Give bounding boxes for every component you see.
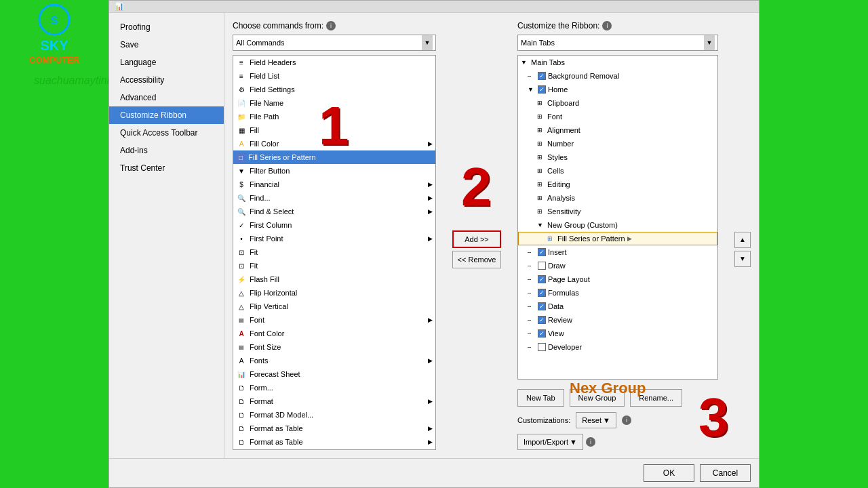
cmd-first-column[interactable]: ✓ First Column xyxy=(233,218,435,232)
sidebar-item-language[interactable]: Language xyxy=(109,54,224,71)
tree-item-draw[interactable]: – Draw xyxy=(518,259,717,272)
tree-expander-clipboard[interactable]: ⊞ xyxy=(537,100,545,106)
tree-checkbox-formulas[interactable]: ✓ xyxy=(538,289,546,297)
tree-item-formulas[interactable]: – ✓ Formulas xyxy=(518,286,717,300)
cmd-forecast-sheet[interactable]: 📊 Forecast Sheet xyxy=(233,367,435,381)
cmd-form[interactable]: 🗋 Form... xyxy=(233,381,435,394)
ribbon-tree-container[interactable]: ▼ Main Tabs – ✓ Background Removal ▼ xyxy=(517,55,718,380)
cmd-filter-button[interactable]: ▼ Filter Button xyxy=(233,164,435,178)
import-export-button[interactable]: Import/Export ▼ xyxy=(517,434,583,450)
tree-item-clipboard[interactable]: ⊞ Clipboard xyxy=(518,96,717,110)
commands-dropdown-arrow[interactable]: ▼ xyxy=(422,35,433,50)
add-button[interactable]: Add >> xyxy=(452,230,501,248)
move-up-button[interactable]: ▲ xyxy=(734,232,751,248)
sidebar-item-proofing[interactable]: Proofing xyxy=(109,18,224,36)
tree-item-fill-series[interactable]: ⊞ Fill Series or Pattern ▶ xyxy=(518,232,717,245)
tree-checkbox-review[interactable]: ✓ xyxy=(538,316,546,324)
tree-item-home[interactable]: ▼ ✓ Home xyxy=(518,83,717,96)
tree-expander-new-group[interactable]: ▼ xyxy=(537,222,545,228)
tree-expander-number[interactable]: ⊞ xyxy=(537,140,545,147)
tree-expander-review[interactable]: – xyxy=(528,317,536,323)
new-tab-button[interactable]: New Tab xyxy=(517,389,564,407)
cmd-find-select[interactable]: 🔍 Find & Select xyxy=(233,205,435,218)
reset-button[interactable]: Reset ▼ xyxy=(576,412,616,428)
move-down-button[interactable]: ▼ xyxy=(734,251,751,267)
cmd-find[interactable]: 🔍 Find... xyxy=(233,191,435,205)
sidebar-item-quick-access[interactable]: Quick Access Toolbar xyxy=(109,124,224,142)
tree-expander-developer[interactable]: – xyxy=(528,344,536,350)
sidebar-item-customize-ribbon[interactable]: Customize Ribbon xyxy=(109,106,224,124)
cmd-format-3d[interactable]: 🗋 Format 3D Model... xyxy=(233,408,435,422)
cmd-flip-horizontal[interactable]: △ Flip Horizontal xyxy=(233,286,435,300)
cmd-field-headers[interactable]: ≡ Field Headers xyxy=(233,56,435,69)
ribbon-dropdown[interactable]: Main Tabs ▼ xyxy=(517,35,718,51)
tree-item-data[interactable]: – ✓ Data xyxy=(518,300,717,313)
cmd-fonts[interactable]: A Fonts xyxy=(233,354,435,367)
cmd-format-table2[interactable]: 🗋 Format as Table xyxy=(233,435,435,449)
tree-checkbox-insert[interactable]: ✓ xyxy=(538,248,546,256)
tree-item-developer[interactable]: – Developer xyxy=(518,340,717,354)
cancel-button[interactable]: Cancel xyxy=(700,464,751,482)
tree-item-review[interactable]: – ✓ Review xyxy=(518,313,717,327)
tree-expander-cells[interactable]: ⊞ xyxy=(537,167,545,174)
tree-item-new-group-custom[interactable]: ▼ New Group (Custom) xyxy=(518,218,717,232)
import-export-arrow[interactable]: ▼ xyxy=(570,438,577,446)
tree-expander-data[interactable]: – xyxy=(528,303,536,310)
tree-expander-font[interactable]: ⊞ xyxy=(537,113,545,120)
sidebar-item-trust-center[interactable]: Trust Center xyxy=(109,159,224,177)
tree-item-alignment[interactable]: ⊞ Alignment xyxy=(518,123,717,137)
tree-checkbox-bg[interactable]: ✓ xyxy=(538,72,546,80)
cmd-font-color[interactable]: A Font Color xyxy=(233,327,435,340)
tree-item-insert[interactable]: – ✓ Insert xyxy=(518,245,717,259)
cmd-flip-vertical[interactable]: △ Flip Vertical xyxy=(233,300,435,313)
reset-dropdown-arrow[interactable]: ▼ xyxy=(603,416,610,424)
cmd-financial[interactable]: $ Financial xyxy=(233,178,435,191)
tree-item-background-removal[interactable]: – ✓ Background Removal xyxy=(518,69,717,83)
sidebar-item-save[interactable]: Save xyxy=(109,36,224,54)
tree-expander-styles[interactable]: ⊞ xyxy=(537,154,545,161)
cmd-format-table1[interactable]: 🗋 Format as Table xyxy=(233,422,435,435)
tree-item-font[interactable]: ⊞ Font xyxy=(518,110,717,123)
cmd-format[interactable]: 🗋 Format xyxy=(233,394,435,408)
tree-expander-draw[interactable]: – xyxy=(528,262,536,269)
tree-checkbox-page-layout[interactable]: ✓ xyxy=(538,275,546,283)
tree-checkbox-home[interactable]: ✓ xyxy=(538,85,546,94)
tree-expander-editing[interactable]: ⊞ xyxy=(537,181,545,188)
tree-item-sensitivity[interactable]: ⊞ Sensitivity xyxy=(518,205,717,218)
tree-expander-sensitivity[interactable]: ⊞ xyxy=(537,208,545,215)
cmd-field-settings[interactable]: ⚙ Field Settings xyxy=(233,83,435,96)
commands-dropdown[interactable]: All Commands ▼ xyxy=(233,35,436,51)
tree-expander-insert[interactable]: – xyxy=(528,249,536,256)
cmd-font[interactable]: ▤ Font xyxy=(233,313,435,327)
ribbon-dropdown-arrow[interactable]: ▼ xyxy=(704,35,715,50)
cmd-fit1[interactable]: ⊡ Fit xyxy=(233,245,435,259)
tree-expander-analysis[interactable]: ⊞ xyxy=(537,195,545,201)
tree-checkbox-data[interactable]: ✓ xyxy=(538,302,546,310)
tree-item-analysis[interactable]: ⊞ Analysis xyxy=(518,191,717,205)
sidebar-item-advanced[interactable]: Advanced xyxy=(109,89,224,106)
sidebar-item-addins[interactable]: Add-ins xyxy=(109,142,224,159)
cmd-fit2[interactable]: ⊡ Fit xyxy=(233,259,435,272)
tree-expander-bg[interactable]: – xyxy=(528,73,536,79)
tree-expander-view[interactable]: – xyxy=(528,330,536,337)
tree-item-styles[interactable]: ⊞ Styles xyxy=(518,150,717,164)
tree-checkbox-developer[interactable] xyxy=(538,343,546,351)
tree-item-number[interactable]: ⊞ Number xyxy=(518,137,717,150)
cmd-field-list[interactable]: ≡ Field List xyxy=(233,69,435,83)
tree-item-cells[interactable]: ⊞ Cells xyxy=(518,164,717,178)
tree-checkbox-draw[interactable] xyxy=(538,262,546,270)
ok-button[interactable]: OK xyxy=(644,464,694,482)
tree-expander-main[interactable]: ▼ xyxy=(521,59,529,66)
cmd-flash-fill[interactable]: ⚡ Flash Fill xyxy=(233,272,435,286)
tree-item-editing[interactable]: ⊞ Editing xyxy=(518,178,717,191)
tree-item-page-layout[interactable]: – ✓ Page Layout xyxy=(518,272,717,286)
tree-expander-home[interactable]: ▼ xyxy=(528,86,536,93)
tree-checkbox-view[interactable]: ✓ xyxy=(538,329,546,338)
cmd-font-size[interactable]: ▤ Font Size xyxy=(233,340,435,354)
tree-expander-formulas[interactable]: – xyxy=(528,289,536,296)
tree-expander-alignment[interactable]: ⊞ xyxy=(537,127,545,134)
cmd-first-point[interactable]: • First Point xyxy=(233,232,435,245)
tree-item-view[interactable]: – ✓ View xyxy=(518,327,717,340)
sidebar-item-accessibility[interactable]: Accessibility xyxy=(109,71,224,89)
remove-button[interactable]: << Remove xyxy=(452,251,501,268)
